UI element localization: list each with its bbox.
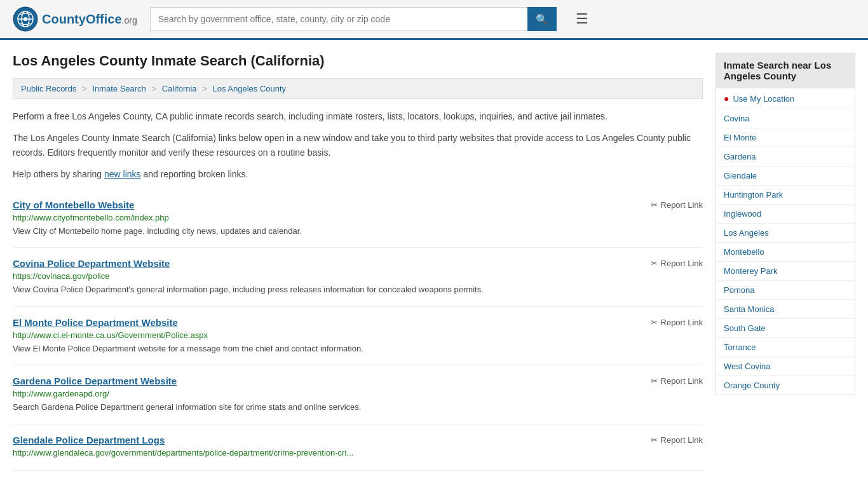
list-item: Pomona [716, 281, 855, 300]
sidebar-link-covina[interactable]: Covina [716, 109, 855, 128]
result-item: Glendale Police Department Logs ✂ Report… [13, 424, 703, 471]
description-3: Help others by sharing new links and rep… [13, 167, 703, 181]
results-list: City of Montebello Website ✂ Report Link… [13, 189, 703, 471]
sidebar-link-orange-county[interactable]: Orange County [716, 376, 855, 395]
report-link-button[interactable]: ✂ Report Link [651, 259, 703, 268]
use-my-location-link[interactable]: Use My Location [733, 94, 794, 104]
sidebar-link-inglewood[interactable]: Inglewood [716, 205, 855, 223]
sidebar-link-monterey-park[interactable]: Monterey Park [716, 262, 855, 280]
result-url[interactable]: http://www.cityofmontebello.com/index.ph… [13, 213, 703, 222]
sidebar-link-glendale[interactable]: Glendale [716, 166, 855, 185]
description-2: The Los Angeles County Inmate Search (Ca… [13, 131, 703, 159]
scissors-icon: ✂ [651, 318, 658, 327]
result-desc: View El Monte Police Department website … [13, 342, 703, 355]
sidebar-title: Inmate Search near Los Angeles County [716, 53, 855, 88]
result-title-link[interactable]: Gardena Police Department Website [13, 376, 177, 386]
list-item: South Gate [716, 319, 855, 338]
breadcrumb-sep-3: > [202, 84, 207, 93]
result-url[interactable]: https://covinaca.gov/police [13, 271, 703, 281]
search-button[interactable]: 🔍 [527, 7, 557, 31]
result-item: Gardena Police Department Website ✂ Repo… [13, 365, 703, 424]
result-title-link[interactable]: Glendale Police Department Logs [13, 435, 165, 445]
result-header: City of Montebello Website ✂ Report Link [13, 200, 703, 210]
scissors-icon: ✂ [651, 435, 658, 445]
list-item: Los Angeles [716, 224, 855, 243]
result-item: El Monte Police Department Website ✂ Rep… [13, 307, 703, 366]
result-header: El Monte Police Department Website ✂ Rep… [13, 317, 703, 328]
breadcrumb-sep-2: > [151, 84, 156, 93]
svg-point-4 [24, 17, 27, 21]
sidebar-link-pomona[interactable]: Pomona [716, 281, 855, 299]
result-url[interactable]: http://www.gardenapd.org/ [13, 389, 703, 398]
breadcrumb-sep-1: > [82, 84, 87, 93]
result-url[interactable]: http://www.ci.el-monte.ca.us/Government/… [13, 330, 703, 340]
use-location: ● Use My Location [716, 88, 855, 109]
sidebar-link-santa-monica[interactable]: Santa Monica [716, 300, 855, 318]
sidebar-link-south-gate[interactable]: South Gate [716, 319, 855, 337]
result-header: Gardena Police Department Website ✂ Repo… [13, 376, 703, 386]
list-item: Monterey Park [716, 262, 855, 281]
hamburger-icon: ☰ [576, 11, 588, 27]
hamburger-menu-button[interactable]: ☰ [576, 11, 588, 27]
page-title: Los Angeles County Inmate Search (Califo… [13, 53, 703, 69]
result-desc: View City of Montebello home page, inclu… [13, 225, 703, 238]
result-desc: View Covina Police Department's general … [13, 283, 703, 296]
breadcrumb-public-records[interactable]: Public Records [21, 84, 76, 93]
search-icon: 🔍 [536, 14, 548, 25]
report-link-button[interactable]: ✂ Report Link [651, 200, 703, 210]
sidebar-box: Inmate Search near Los Angeles County ● … [715, 53, 855, 395]
sidebar-links-list: Covina El Monte Gardena Glendale Hunting… [716, 109, 855, 395]
result-item: Covina Police Department Website ✂ Repor… [13, 248, 703, 307]
sidebar-link-montebello[interactable]: Montebello [716, 243, 855, 261]
breadcrumb-la-county[interactable]: Los Angeles County [212, 84, 286, 93]
list-item: Inglewood [716, 205, 855, 224]
search-bar: 🔍 [150, 7, 557, 31]
scissors-icon: ✂ [651, 200, 658, 210]
breadcrumb-inmate-search[interactable]: Inmate Search [92, 84, 146, 93]
description-1: Perform a free Los Angeles County, CA pu… [13, 109, 703, 123]
sidebar-link-west-covina[interactable]: West Covina [716, 357, 855, 376]
list-item: Huntington Park [716, 186, 855, 205]
logo[interactable]: CountyOffice.org [13, 6, 137, 32]
scissors-icon: ✂ [651, 376, 658, 386]
sidebar: Inmate Search near Los Angeles County ● … [715, 53, 855, 471]
result-header: Covina Police Department Website ✂ Repor… [13, 258, 703, 269]
result-title-link[interactable]: Covina Police Department Website [13, 258, 170, 269]
result-desc: Search Gardena Police Department general… [13, 401, 703, 414]
result-title-link[interactable]: El Monte Police Department Website [13, 317, 178, 328]
list-item: Orange County [716, 376, 855, 395]
site-header: CountyOffice.org 🔍 ☰ [0, 0, 868, 40]
report-link-button[interactable]: ✂ Report Link [651, 435, 703, 445]
result-header: Glendale Police Department Logs ✂ Report… [13, 435, 703, 445]
logo-text: CountyOffice.org [42, 12, 137, 27]
new-links-link[interactable]: new links [104, 169, 141, 179]
list-item: Gardena [716, 147, 855, 166]
main-container: Los Angeles County Inmate Search (Califo… [0, 40, 868, 488]
list-item: Torrance [716, 338, 855, 357]
scissors-icon: ✂ [651, 259, 658, 268]
sidebar-link-los-angeles[interactable]: Los Angeles [716, 224, 855, 242]
list-item: Montebello [716, 243, 855, 262]
list-item: Glendale [716, 166, 855, 186]
sidebar-link-el-monte[interactable]: El Monte [716, 128, 855, 147]
list-item: Santa Monica [716, 300, 855, 319]
sidebar-link-torrance[interactable]: Torrance [716, 338, 855, 356]
report-link-button[interactable]: ✂ Report Link [651, 376, 703, 386]
breadcrumb: Public Records > Inmate Search > Califor… [13, 78, 703, 99]
list-item: Covina [716, 109, 855, 128]
breadcrumb-california[interactable]: California [162, 84, 197, 93]
result-title-link[interactable]: City of Montebello Website [13, 200, 134, 210]
result-item: City of Montebello Website ✂ Report Link… [13, 189, 703, 248]
location-icon: ● [724, 93, 729, 104]
report-link-button[interactable]: ✂ Report Link [651, 318, 703, 327]
list-item: El Monte [716, 128, 855, 147]
sidebar-link-gardena[interactable]: Gardena [716, 147, 855, 166]
search-input[interactable] [150, 7, 527, 31]
logo-icon [13, 6, 38, 32]
sidebar-link-huntington-park[interactable]: Huntington Park [716, 186, 855, 204]
content-area: Los Angeles County Inmate Search (Califo… [13, 53, 703, 471]
list-item: West Covina [716, 357, 855, 376]
result-url[interactable]: http://www.glendaleca.gov/government/dep… [13, 448, 703, 458]
